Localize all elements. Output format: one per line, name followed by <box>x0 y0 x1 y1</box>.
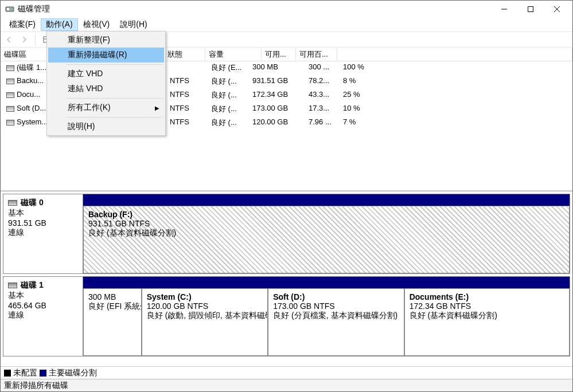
column-free[interactable]: 可用... <box>262 48 296 61</box>
menu-action-help[interactable]: 說明(H) <box>48 119 164 134</box>
action-dropdown: 重新整理(F) 重新掃描磁碟(R) 建立 VHD 連結 VHD 所有工作(K)▶… <box>46 31 166 136</box>
menu-help[interactable]: 說明(H) <box>115 18 152 31</box>
partition-status: 良好 (分頁檔案, 基本資料磁碟分割) <box>273 311 399 321</box>
menu-separator <box>67 64 163 65</box>
disk-partitions: Backup (F:)931.51 GB NTFS良好 (基本資料磁碟分割) <box>83 194 570 274</box>
disk-size: 465.64 GB <box>8 301 78 310</box>
volume-fs: NTFS <box>166 116 208 130</box>
legend-primary-label: 主要磁碟分割 <box>49 368 97 378</box>
volume-free-pct: 10 % <box>340 103 381 116</box>
disk-info[interactable]: 磁碟 0基本931.51 GB連線 <box>3 194 83 274</box>
volume-free-pct: 8 % <box>340 75 381 89</box>
menu-separator <box>67 117 163 117</box>
volume-free-pct: 25 % <box>340 89 381 103</box>
menu-separator <box>67 98 163 99</box>
disk-name: 磁碟 1 <box>21 280 44 291</box>
column-status[interactable]: 狀態 <box>164 48 205 61</box>
disk-icon <box>8 200 17 206</box>
disk-header-bar <box>83 194 570 206</box>
volume-free: 43.3... <box>305 89 340 103</box>
volume-free: 17.3... <box>305 103 340 116</box>
volume-free: 78.2... <box>305 75 340 89</box>
disk-graphical-view: 磁碟 0基本931.51 GB連線Backup (F:)931.51 GB NT… <box>1 191 572 366</box>
menu-action-attach-vhd[interactable]: 連結 VHD <box>48 81 164 96</box>
partition[interactable]: Backup (F:)931.51 GB NTFS良好 (基本資料磁碟分割) <box>83 206 570 273</box>
status-text: 重新掃描所有磁碟 <box>4 381 68 390</box>
window-title: 磁碟管理 <box>18 4 491 14</box>
partition-status: 良好 (基本資料磁碟分割) <box>410 311 564 321</box>
disk-block: 磁碟 0基本931.51 GB連線Backup (F:)931.51 GB NT… <box>3 194 570 274</box>
disk-block: 磁碟 1基本465.64 GB連線300 MB良好 (EFI 系統分割)Syst… <box>3 276 570 356</box>
legend-primary-swatch <box>40 370 46 377</box>
partition-status: 良好 (啟動, 損毀傾印, 基本資料磁碟分割) <box>147 311 263 321</box>
partition-size: 172.34 GB NTFS <box>410 301 564 311</box>
partition-status: 良好 (基本資料磁碟分割) <box>88 228 564 238</box>
disk-partitions: 300 MB良好 (EFI 系統分割)System (C:)120.00 GB … <box>83 276 570 356</box>
volume-icon <box>6 106 14 112</box>
column-free-pct[interactable]: 可用百... <box>296 48 337 61</box>
menu-action-all-tasks[interactable]: 所有工作(K)▶ <box>48 100 164 115</box>
volume-status: 良好 (... <box>208 75 249 89</box>
menu-action[interactable]: 動作(A) <box>41 18 78 31</box>
app-icon <box>5 5 14 14</box>
volume-free: 7.96 ... <box>305 116 340 130</box>
volume-fs <box>166 61 208 75</box>
legend-unallocated-label: 未配置 <box>13 368 37 378</box>
partition[interactable]: System (C:)120.00 GB NTFS良好 (啟動, 損毀傾印, 基… <box>142 288 268 356</box>
partition-title: Documents (E:) <box>410 292 564 301</box>
toolbar-divider <box>35 34 36 45</box>
minimize-button[interactable] <box>491 1 517 18</box>
nav-forward-button[interactable] <box>18 33 30 46</box>
svg-rect-3 <box>528 7 533 12</box>
title-bar: 磁碟管理 <box>1 1 572 18</box>
menu-action-rescan[interactable]: 重新掃描磁碟(R) <box>48 48 164 62</box>
column-spacer <box>337 48 572 61</box>
svg-rect-1 <box>7 8 9 10</box>
disk-name: 磁碟 0 <box>21 198 44 208</box>
volume-free: 300 ... <box>305 61 340 75</box>
submenu-arrow-icon: ▶ <box>155 105 159 111</box>
menu-file[interactable]: 檔案(F) <box>4 18 41 31</box>
disk-state: 連線 <box>8 228 78 238</box>
status-bar: 重新掃描所有磁碟 <box>1 379 572 391</box>
partition-size: 120.00 GB NTFS <box>147 301 263 311</box>
menu-action-refresh[interactable]: 重新整理(F) <box>48 33 164 48</box>
volume-icon <box>6 92 14 98</box>
partition-title: System (C:) <box>147 292 263 301</box>
menu-action-create-vhd[interactable]: 建立 VHD <box>48 66 164 81</box>
disk-state: 連線 <box>8 310 78 320</box>
disk-size: 931.51 GB <box>8 218 78 228</box>
legend: 未配置 主要磁碟分割 <box>1 366 572 379</box>
volume-icon <box>6 120 14 126</box>
partition[interactable]: Documents (E:)172.34 GB NTFS良好 (基本資料磁碟分割… <box>404 288 570 356</box>
volume-status: 良好 (... <box>208 116 249 130</box>
nav-back-button[interactable] <box>3 33 15 46</box>
volume-capacity: 173.00 GB <box>249 103 305 116</box>
volume-free-pct: 7 % <box>340 116 381 130</box>
disk-type: 基本 <box>8 291 78 301</box>
column-capacity[interactable]: 容量 <box>205 48 262 61</box>
disk-info[interactable]: 磁碟 1基本465.64 GB連線 <box>3 276 83 356</box>
disk-icon <box>8 283 17 288</box>
volume-free-pct: 100 % <box>340 61 381 75</box>
disk-type: 基本 <box>8 208 78 218</box>
volume-capacity: 120.00 GB <box>249 116 305 130</box>
volume-fs: NTFS <box>166 103 208 116</box>
close-button[interactable] <box>544 1 570 18</box>
partition-title: Backup (F:) <box>88 210 564 219</box>
volume-status: 良好 (E... <box>208 61 249 75</box>
partition[interactable]: 300 MB良好 (EFI 系統分割) <box>83 288 142 356</box>
volume-capacity: 931.51 GB <box>249 75 305 89</box>
volume-status: 良好 (... <box>208 103 249 116</box>
partition-status: 良好 (EFI 系統分割) <box>88 301 137 312</box>
maximize-button[interactable] <box>517 1 544 18</box>
volume-capacity: 172.34 GB <box>249 89 305 103</box>
partition-size: 173.00 GB NTFS <box>273 301 399 311</box>
volume-icon <box>6 65 14 71</box>
volume-icon <box>6 79 14 84</box>
volume-status: 良好 (... <box>208 89 249 103</box>
volume-fs: NTFS <box>166 75 208 89</box>
volume-capacity: 300 MB <box>249 61 305 75</box>
menu-view[interactable]: 檢視(V) <box>78 18 115 31</box>
partition[interactable]: Soft (D:)173.00 GB NTFS良好 (分頁檔案, 基本資料磁碟分… <box>268 288 404 356</box>
